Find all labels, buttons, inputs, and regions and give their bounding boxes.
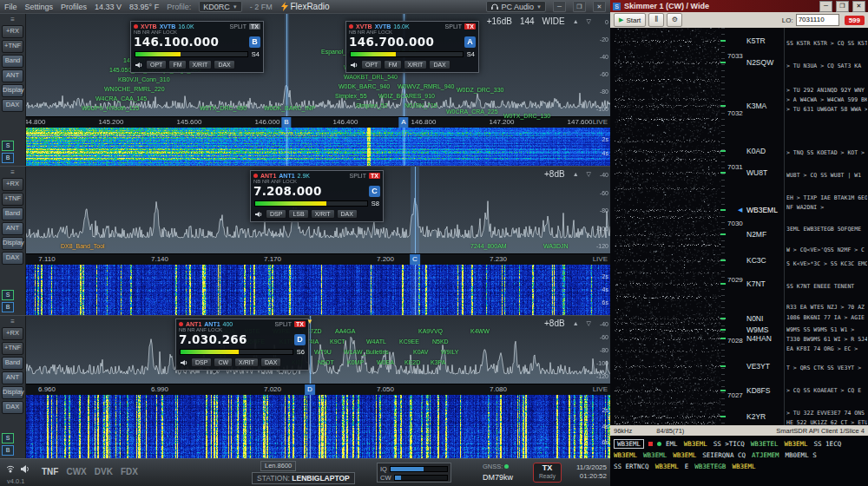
zoom-up-icon[interactable]: ▲ (573, 18, 579, 24)
cwx-toggle[interactable]: CWX (66, 467, 86, 476)
mode-button[interactable]: LSB (288, 209, 308, 219)
skimmer-callsign[interactable]: K5TR (746, 36, 766, 45)
sidebar-button-band[interactable]: Band (2, 357, 23, 370)
tx-indicator[interactable]: TX (464, 23, 476, 30)
tx-indicator[interactable]: TX (294, 321, 306, 327)
skimmer-callsign[interactable]: WB3EML (746, 206, 778, 214)
speaker-icon[interactable] (20, 463, 30, 475)
panel-menu-icon[interactable]: ≡ (2, 318, 23, 325)
filter-width[interactable]: 16.0K (178, 23, 194, 30)
speaker-icon[interactable] (253, 211, 264, 218)
filter-width[interactable]: 2.9K (298, 173, 310, 179)
speaker-icon[interactable] (349, 62, 359, 69)
slice-flag-b[interactable]: XVTB XVTB 16.0K SPLIT TX NB NR ANF LOCK … (130, 21, 264, 73)
sidebar-button-dax[interactable]: DAX (2, 252, 23, 265)
band-readout[interactable]: 144 (520, 16, 535, 26)
dsp-button[interactable]: DSP (191, 358, 212, 367)
mode-button[interactable]: CW (214, 358, 233, 367)
zoom-up-icon[interactable]: ▲ (573, 320, 579, 326)
xrit-button[interactable]: X/RIT (404, 60, 428, 69)
tx-antenna[interactable]: XVTB (160, 23, 176, 30)
skimmer-title-bar[interactable]: S Skimmer 1 (CW) / Wide ─ ❐ ✕ (610, 0, 868, 12)
xrit-button[interactable]: X/RIT (188, 60, 213, 69)
zoom-down-icon[interactable]: ▽ (587, 320, 591, 327)
slice-frequency[interactable]: 7.208.000 (253, 184, 322, 198)
mini-button-s[interactable]: S (2, 290, 14, 300)
dax-button[interactable]: DAX (214, 60, 234, 69)
skimmer-callsign[interactable]: KD8FS (746, 386, 770, 395)
sidebar-button-rx[interactable]: +RX (2, 327, 23, 340)
speaker-icon[interactable] (134, 62, 144, 69)
waterfall-display[interactable] (26, 126, 610, 166)
sidebar-button-tnf[interactable]: +TNF (2, 40, 23, 53)
panel-menu-icon[interactable]: ≡ (2, 168, 23, 176)
opt-button[interactable]: OPT (146, 60, 167, 69)
station-box[interactable]: STATION: LENBIGLAPTOP (252, 472, 355, 484)
sidebar-button-ant[interactable]: ANT (2, 371, 23, 384)
sidebar-button-rx[interactable]: +RX (2, 178, 23, 191)
minimize-button[interactable]: ─ (819, 1, 832, 12)
sidebar-button-ant[interactable]: ANT (2, 69, 23, 82)
minimize-button[interactable]: ─ (553, 1, 566, 12)
dvk-toggle[interactable]: DVK (95, 467, 113, 476)
slice-flag-a[interactable]: XVTB XVTB 16.0K SPLIT TX NB NR ANF LOCK … (345, 21, 479, 73)
fdx-toggle[interactable]: FDX (121, 467, 138, 476)
close-button[interactable]: ✕ (593, 1, 606, 12)
slice-a-tag[interactable]: A (398, 117, 408, 128)
tx-antenna[interactable]: ANT1 (279, 173, 294, 179)
sidebar-button-band[interactable]: Band (2, 207, 23, 220)
menu-profiles[interactable]: Profiles (61, 3, 87, 11)
xrit-button[interactable]: X/RIT (311, 209, 335, 219)
dax-button[interactable]: DAX (260, 358, 281, 367)
sidebar-button-rx[interactable]: +RX (2, 25, 23, 38)
skimmer-callsign[interactable]: VE3YT (746, 362, 770, 371)
skimmer-callsign[interactable]: K7NT (746, 279, 766, 288)
sidebar-button-display[interactable]: Display (2, 386, 23, 399)
slice-frequency[interactable]: 146.100.000 (134, 35, 219, 49)
tx-antenna[interactable]: XVTB (375, 23, 391, 30)
sidebar-button-tnf[interactable]: +TNF (2, 342, 23, 355)
skimmer-callsign[interactable]: N2SQW (746, 58, 773, 67)
waterfall-display[interactable] (26, 393, 610, 458)
tnf-toggle[interactable]: TNF (42, 467, 58, 476)
sidebar-button-dax[interactable]: DAX (2, 99, 23, 112)
rx-antenna[interactable]: ANT1 (260, 173, 276, 179)
close-button[interactable]: ✕ (852, 1, 865, 12)
slice-c-tag[interactable]: C (410, 254, 420, 265)
slice-c-frequency-line[interactable] (415, 167, 416, 315)
pc-audio-dropdown[interactable]: PC Audio ▼ (486, 1, 546, 12)
split-indicator[interactable]: SPLIT (350, 173, 366, 179)
slice-b-tag[interactable]: B (281, 117, 291, 128)
slice-flag-c[interactable]: ANT1 ANT1 2.9K SPLIT TX NB NR ANF LOCK 7… (250, 170, 384, 222)
skimmer-callsign[interactable]: K3MA (746, 102, 766, 110)
filter-width[interactable]: 16.0K (393, 23, 409, 30)
filter-width[interactable]: 400 (223, 321, 233, 327)
antenna-icon[interactable] (4, 463, 16, 475)
frequency-scale[interactable]: B A LIVE 144.800145.200145.600146.000146… (26, 116, 610, 128)
frequency-scale[interactable]: C LIVE 7.1107.1407.1707.2007.230 (26, 253, 610, 265)
slice-b-frequency-line[interactable] (286, 14, 287, 166)
sidebar-button-display[interactable]: Display (2, 84, 23, 97)
rx-antenna[interactable]: XVTB (356, 23, 372, 30)
speaker-icon[interactable] (179, 359, 189, 366)
slice-frequency[interactable]: 146.700.000 (349, 35, 434, 49)
frequency-scale[interactable]: D LIVE 6.9606.9907.0207.0507.080 (26, 384, 610, 395)
menu-file[interactable]: File (4, 3, 17, 11)
mini-button-b[interactable]: B (2, 153, 14, 163)
skimmer-callsign[interactable]: N4HAN (746, 334, 772, 343)
pause-button[interactable]: Ⅱ (648, 13, 664, 27)
dax-button[interactable]: DAX (429, 60, 450, 69)
tx-indicator[interactable]: TX (249, 23, 260, 30)
rx-antenna[interactable]: ANT1 (186, 321, 201, 327)
spectrum-display[interactable] (26, 316, 610, 384)
sidebar-button-tnf[interactable]: +TNF (2, 193, 23, 206)
zoom-up-icon[interactable]: ▲ (573, 171, 579, 177)
antenna-readout[interactable]: WIDE (542, 16, 565, 26)
split-indicator[interactable]: SPLIT (445, 23, 462, 30)
mode-button[interactable]: FM (384, 60, 401, 69)
xrit-button[interactable]: X/RIT (234, 358, 259, 367)
opt-button[interactable]: OPT (361, 60, 382, 69)
settings-button[interactable]: ⚙ (667, 13, 682, 27)
tx-antenna[interactable]: ANT1 (204, 321, 220, 327)
skimmer-callsign[interactable]: WU8T (746, 168, 767, 177)
